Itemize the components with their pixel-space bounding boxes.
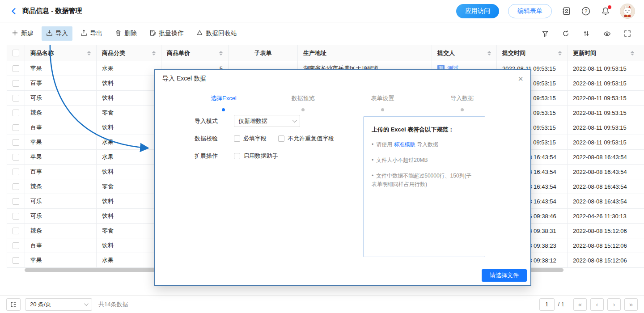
sort-carets-icon[interactable] [219,51,223,55]
cell-product-name: 辣条 [25,106,97,120]
cell-update-time: 2022-08-08 16:43:54 [568,165,644,179]
first-page-button[interactable]: « [573,298,587,311]
cell-update-time: 2022-08-08 15:12:06 [568,238,644,253]
cell-product-name: 百事 [25,120,97,135]
recycle-icon [196,30,203,38]
row-checkbox[interactable] [7,150,25,164]
page-total-label: / 1 [558,301,564,308]
svg-text:?: ? [585,8,587,14]
page-size-select[interactable]: 20 条/页 [25,298,92,311]
cell-category: 水果 [97,150,161,164]
row-checkbox[interactable] [7,209,25,223]
row-height-icon[interactable] [6,298,21,311]
trash-icon [115,30,122,38]
recycle-bin-button[interactable]: 数据回收站 [192,26,242,41]
last-page-button[interactable]: » [624,298,638,311]
row-checkbox[interactable] [7,238,25,253]
column-header-product-name[interactable]: 商品名称 [25,45,97,61]
required-fields-checkbox[interactable] [234,135,240,142]
cell-category: 水果 [97,135,161,149]
close-icon[interactable]: × [518,74,523,83]
step-dot [381,108,384,111]
step-form-settings[interactable]: 表单设置 [343,94,423,111]
sort-carets-icon[interactable] [152,51,156,55]
column-header-address[interactable]: 生产地址 [298,45,432,61]
row-checkbox[interactable] [7,106,25,120]
import-icon [46,30,53,38]
no-duplicate-checkbox[interactable] [278,135,284,142]
cell-product-name: 苹果 [25,150,97,164]
sort-carets-icon[interactable] [87,51,91,55]
page-title: 商品信息 - 数据管理 [22,7,82,15]
filter-icon[interactable] [541,30,549,38]
refresh-icon[interactable] [562,30,570,38]
batch-operation-button[interactable]: 批量操作 [145,26,188,41]
sort-carets-icon[interactable] [631,51,634,55]
app-window: 商品信息 - 数据管理 应用访问 编辑表单 ? [0,0,644,313]
pager: / 1 « ‹ › » [539,298,638,311]
page-number-input[interactable] [539,298,555,311]
extension-label: 扩展操作 [195,152,224,160]
data-assistant-checkbox[interactable] [234,153,240,159]
help-icon[interactable]: ? [580,6,591,17]
batch-edit-icon [149,30,156,38]
row-checkbox[interactable] [7,179,25,194]
select-all-checkbox[interactable] [7,45,25,61]
spec-bullet: •请使用 标准模版 导入数据 [372,140,477,149]
address-book-icon[interactable] [561,6,572,17]
new-button[interactable]: 新建 [7,26,38,41]
step-data-preview[interactable]: 数据预览 [263,94,343,111]
row-checkbox[interactable] [7,165,25,179]
row-checkbox[interactable] [7,253,25,267]
cell-category: 饮料 [97,238,161,253]
edit-form-button[interactable]: 编辑表单 [508,4,552,18]
delete-button[interactable]: 删除 [110,26,141,41]
notification-badge [608,5,611,9]
cell-update-time: 2022-08-11 09:53:15 [568,135,644,149]
standard-template-link[interactable]: 标准模版 [394,141,415,148]
step-import-data[interactable]: 导入数据 [422,94,502,111]
choose-file-button[interactable]: 请选择文件 [482,269,527,282]
step-select-excel[interactable]: 选择Excel [184,94,263,111]
cell-update-time: 2022-04-26 11:30:13 [568,209,644,223]
import-mode-select[interactable]: 仅新增数据 [234,115,300,127]
row-checkbox[interactable] [7,135,25,149]
column-header-submitter[interactable]: 提交人 [432,45,497,61]
column-header-update-time[interactable]: 更新时间 [568,45,644,61]
cell-update-time: 2022-08-11 09:53:15 [568,120,644,135]
spec-title: 上传的 Excel 表符合以下规范： [372,126,477,134]
eye-icon[interactable] [603,30,611,38]
cell-product-name: 百事 [25,238,97,253]
cell-category: 水果 [97,61,161,76]
prev-page-button[interactable]: ‹ [590,298,604,311]
notification-bell-icon[interactable] [600,6,611,17]
avatar[interactable] [620,4,635,19]
column-header-price[interactable]: 商品单价 [161,45,229,61]
import-button[interactable]: 导入 [42,26,72,41]
row-checkbox[interactable] [7,76,25,90]
import-steps: 选择Excel 数据预览 表单设置 导入数据 [155,94,530,111]
export-button[interactable]: 导出 [76,26,107,41]
cell-product-name: 辣条 [25,179,97,194]
row-checkbox[interactable] [7,194,25,208]
sort-icon[interactable] [582,30,590,38]
column-header-category[interactable]: 商品分类 [97,45,161,61]
import-excel-modal: 导入 Excel 数据 × 选择Excel 数据预览 表单设置 导入数据 导入模… [154,69,531,286]
next-page-button[interactable]: › [607,298,621,311]
back-icon[interactable] [9,6,19,16]
cell-product-name: 可乐 [25,209,97,223]
sort-carets-icon[interactable] [487,51,491,55]
app-access-button[interactable]: 应用访问 [456,4,499,18]
sort-carets-icon[interactable] [558,51,562,55]
cell-update-time: 2022-08-11 09:53:15 [568,106,644,120]
row-checkbox[interactable] [7,61,25,76]
column-header-submit-time[interactable]: 提交时间 [497,45,568,61]
column-header-subform[interactable]: 子表单 [229,45,298,61]
cell-category: 饮料 [97,91,161,105]
plus-icon [12,30,18,38]
chevron-down-icon [84,301,89,306]
row-checkbox[interactable] [7,91,25,105]
row-checkbox[interactable] [7,120,25,135]
row-checkbox[interactable] [7,224,25,238]
fullscreen-icon[interactable] [623,30,631,38]
